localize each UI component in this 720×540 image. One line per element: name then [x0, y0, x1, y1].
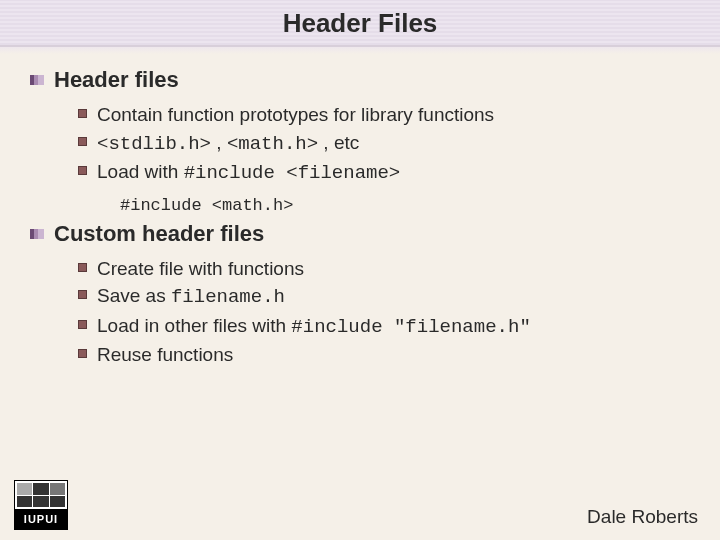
- section-heading-1: Header files: [30, 67, 690, 93]
- iupui-logo: IUPUI: [14, 480, 68, 530]
- dot-icon: [78, 320, 87, 329]
- logo-graphic: [15, 481, 67, 509]
- example-code: #include <math.h>: [120, 196, 690, 215]
- bullet-icon: [30, 229, 44, 239]
- content-area: Header files Contain function prototypes…: [0, 47, 720, 369]
- item-text: <stdlib.h> , <math.h> , etc: [97, 129, 359, 159]
- dot-icon: [78, 109, 87, 118]
- section-heading-2: Custom header files: [30, 221, 690, 247]
- sublist-1: Contain function prototypes for library …: [78, 101, 690, 188]
- author-name: Dale Roberts: [587, 506, 698, 528]
- bullet-icon: [30, 75, 44, 85]
- list-item: Load with #include <filename>: [78, 158, 690, 188]
- logo-text: IUPUI: [15, 509, 67, 529]
- dot-icon: [78, 349, 87, 358]
- slide: Header Files Header files Contain functi…: [0, 0, 720, 540]
- sublist-2: Create file with functions Save as filen…: [78, 255, 690, 369]
- item-text: Load with #include <filename>: [97, 158, 400, 188]
- list-item: Save as filename.h: [78, 282, 690, 312]
- item-text: Create file with functions: [97, 255, 304, 283]
- list-item: Create file with functions: [78, 255, 690, 283]
- section-heading-text: Custom header files: [54, 221, 264, 247]
- dot-icon: [78, 166, 87, 175]
- title-band: Header Files: [0, 0, 720, 47]
- list-item: Load in other files with #include "filen…: [78, 312, 690, 342]
- section-heading-text: Header files: [54, 67, 179, 93]
- dot-icon: [78, 263, 87, 272]
- dot-icon: [78, 290, 87, 299]
- list-item: <stdlib.h> , <math.h> , etc: [78, 129, 690, 159]
- item-text: Save as filename.h: [97, 282, 285, 312]
- item-text: Load in other files with #include "filen…: [97, 312, 531, 342]
- list-item: Reuse functions: [78, 341, 690, 369]
- item-text: Contain function prototypes for library …: [97, 101, 494, 129]
- list-item: Contain function prototypes for library …: [78, 101, 690, 129]
- dot-icon: [78, 137, 87, 146]
- slide-title: Header Files: [0, 8, 720, 39]
- item-text: Reuse functions: [97, 341, 233, 369]
